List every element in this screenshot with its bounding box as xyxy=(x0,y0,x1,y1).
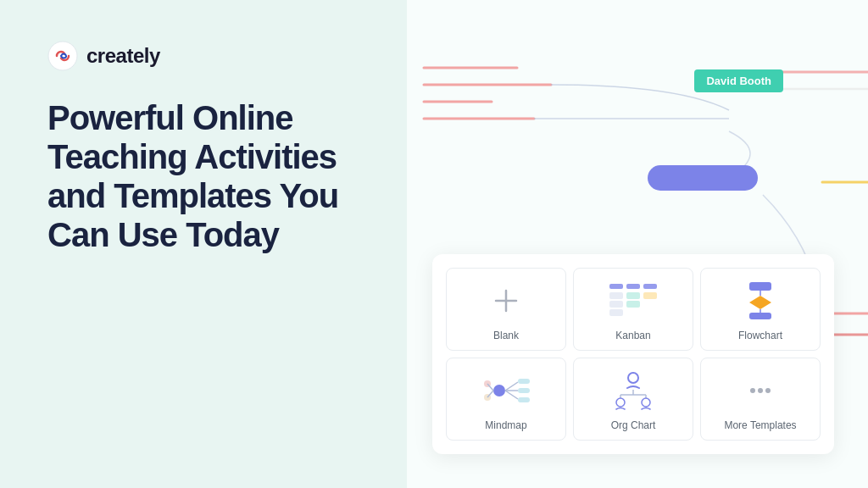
template-item-orgchart[interactable]: Org Chart xyxy=(573,358,693,441)
template-item-kanban[interactable]: Kanban xyxy=(573,268,693,351)
logo-text: creately xyxy=(86,44,160,68)
svg-rect-14 xyxy=(643,284,657,289)
svg-rect-13 xyxy=(626,284,640,289)
svg-point-26 xyxy=(493,385,505,396)
flowchart-template-icon xyxy=(733,279,787,323)
template-item-more[interactable]: More Templates xyxy=(700,358,821,441)
svg-line-27 xyxy=(505,382,518,391)
kanban-template-label: Kanban xyxy=(615,330,650,341)
template-item-mindmap[interactable]: Mindmap xyxy=(446,358,566,441)
template-grid: Blank xyxy=(446,268,821,441)
svg-rect-23 xyxy=(749,313,771,319)
svg-point-37 xyxy=(628,373,638,383)
svg-point-44 xyxy=(750,388,755,393)
page-headline: Powerful Online Teaching Activities and … xyxy=(47,98,359,254)
svg-line-29 xyxy=(505,391,518,399)
creately-logo-icon xyxy=(47,41,78,71)
mindmap-template-label: Mindmap xyxy=(485,419,526,431)
svg-marker-22 xyxy=(749,296,771,309)
blank-template-label: Blank xyxy=(493,330,519,341)
template-panel: Blank xyxy=(432,254,834,454)
diagram-canvas: David Booth Rory Logan Blank xyxy=(407,0,868,488)
svg-rect-18 xyxy=(626,292,640,299)
svg-point-42 xyxy=(616,398,625,407)
flowchart-template-label: Flowchart xyxy=(738,330,782,341)
svg-rect-19 xyxy=(626,301,640,308)
svg-point-45 xyxy=(758,388,763,393)
mindmap-template-icon xyxy=(479,369,533,413)
purple-node xyxy=(648,165,758,191)
template-item-flowchart[interactable]: Flowchart xyxy=(700,268,821,351)
svg-rect-32 xyxy=(518,397,530,402)
orgchart-template-label: Org Chart xyxy=(611,419,656,431)
svg-rect-30 xyxy=(518,379,530,384)
kanban-template-icon xyxy=(606,279,660,323)
left-section: creately Powerful Online Teaching Activi… xyxy=(0,0,407,488)
svg-point-0 xyxy=(48,42,77,70)
template-item-blank[interactable]: Blank xyxy=(446,268,566,351)
more-templates-label: More Templates xyxy=(724,419,796,431)
right-section: David Booth Rory Logan Blank xyxy=(407,0,868,488)
svg-rect-15 xyxy=(609,292,623,299)
svg-rect-16 xyxy=(609,301,623,308)
svg-rect-20 xyxy=(643,292,657,299)
svg-rect-17 xyxy=(609,309,623,316)
more-templates-icon xyxy=(733,369,787,413)
svg-rect-21 xyxy=(749,282,771,291)
svg-point-43 xyxy=(642,398,650,407)
svg-rect-12 xyxy=(609,284,623,289)
logo-area: creately xyxy=(47,41,359,71)
blank-template-icon xyxy=(479,279,533,323)
orgchart-template-icon xyxy=(606,369,660,413)
david-booth-label: David Booth xyxy=(694,69,783,92)
svg-point-46 xyxy=(765,388,771,393)
svg-rect-31 xyxy=(518,388,530,393)
